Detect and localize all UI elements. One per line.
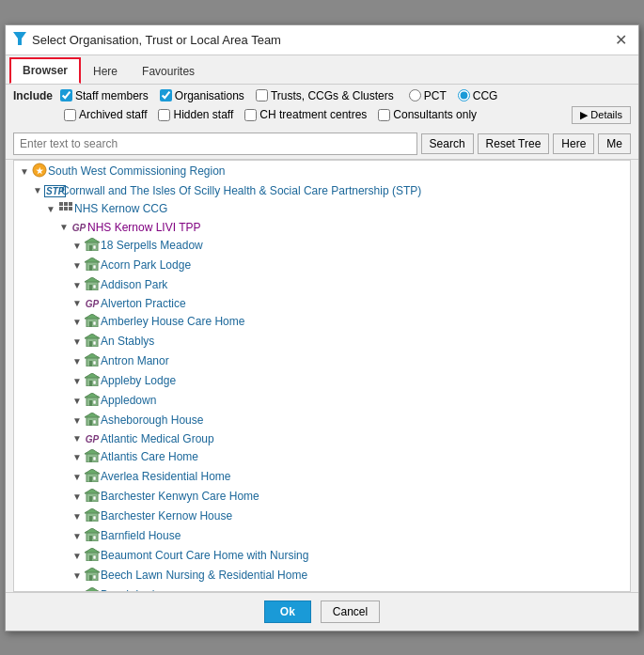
tree-node[interactable]: ▼ Appleby Lodge <box>14 371 630 391</box>
tree-node[interactable]: ▼ Addison Park <box>14 275 630 295</box>
cancel-button[interactable]: Cancel <box>321 600 380 623</box>
chevron-icon[interactable]: ▼ <box>71 472 84 482</box>
tree-node[interactable]: ▼ An Stablys <box>14 332 630 351</box>
trusts-ccgs-checkbox[interactable] <box>256 89 268 101</box>
svg-rect-65 <box>93 536 96 539</box>
tree-node[interactable]: ▼GPAtlantic Medical Group <box>14 430 630 447</box>
chevron-icon[interactable]: ▼ <box>71 452 84 462</box>
pct-radio[interactable] <box>409 89 421 101</box>
archived-staff-checkbox[interactable] <box>64 109 76 121</box>
tree-node[interactable]: ▼ Beaumont Court Care Home with Nursing <box>14 546 630 566</box>
dialog-title: Select Organisation, Trust or Local Area… <box>32 33 281 47</box>
close-button[interactable]: ✕ <box>611 31 631 49</box>
chevron-icon[interactable]: ▼ <box>71 511 84 522</box>
node-label: Atlantic Medical Group <box>101 432 214 445</box>
chevron-icon[interactable]: ▼ <box>71 317 84 327</box>
hidden-staff-checkbox[interactable] <box>158 109 170 121</box>
include-row-2: Archived staff Hidden staff CH treatment… <box>6 104 638 129</box>
consultants-only-group: Consultants only <box>378 108 477 121</box>
svg-rect-61 <box>93 516 96 520</box>
staff-members-checkbox[interactable] <box>60 89 72 101</box>
building-icon <box>84 413 101 429</box>
node-label: Barnfield House <box>101 529 181 542</box>
svg-rect-60 <box>89 516 92 522</box>
chevron-icon[interactable]: ▼ <box>18 166 31 177</box>
tree-node[interactable]: ▼ Appledown <box>14 391 630 411</box>
chevron-icon[interactable]: ▼ <box>31 185 44 195</box>
here-button[interactable]: Here <box>553 133 594 154</box>
chevron-icon[interactable]: ▼ <box>71 415 84 426</box>
building-icon <box>84 548 101 564</box>
staff-members-label: Staff members <box>75 89 149 102</box>
tree-node[interactable]: ▼ NHS Kernow CCG <box>14 199 630 219</box>
tree-node[interactable]: ▼ Antron Manor <box>14 351 630 371</box>
details-button[interactable]: ▶ Details <box>572 106 631 124</box>
me-button[interactable]: Me <box>598 133 631 154</box>
chevron-icon[interactable]: ▼ <box>71 241 84 251</box>
svg-rect-13 <box>93 245 96 249</box>
reset-tree-button[interactable]: Reset Tree <box>478 133 550 154</box>
ch-treatment-group: CH treatment centres <box>244 108 367 121</box>
building-icon <box>84 508 101 524</box>
tree-node[interactable]: ▼ Barchester Kenwyn Care Home <box>14 487 630 507</box>
svg-rect-44 <box>89 420 92 426</box>
tree-node[interactable]: ▼STPCornwall and The Isles Of Scilly Hea… <box>14 182 630 199</box>
svg-marker-39 <box>85 393 100 398</box>
ch-treatment-checkbox[interactable] <box>244 109 257 121</box>
tree-node[interactable]: ▼ Amberley House Care Home <box>14 312 630 332</box>
chevron-icon[interactable]: ▼ <box>71 396 84 406</box>
search-input[interactable] <box>13 133 417 155</box>
tree-node[interactable]: ▼GPNHS Kernow LIVI TPP <box>14 219 630 236</box>
organisations-label: Organisations <box>175 89 244 102</box>
tree-node[interactable]: ▼ ★ South West Commissioning Region <box>14 161 630 182</box>
tree-node[interactable]: ▼ Atlantis Care Home <box>14 447 630 467</box>
tab-favourites[interactable]: Favourites <box>130 59 207 84</box>
tree-node[interactable]: ▼GPAlverton Practice <box>14 295 630 312</box>
tree-node[interactable]: ▼ Acorn Park Lodge <box>14 256 630 275</box>
search-button[interactable]: Search <box>421 133 474 154</box>
ok-button[interactable]: Ok <box>264 600 311 623</box>
svg-rect-45 <box>93 420 96 424</box>
tree-node[interactable]: ▼ Barchester Kernow House <box>14 507 630 526</box>
building-icon <box>84 393 101 409</box>
chevron-icon[interactable]: ▼ <box>71 531 84 541</box>
chevron-icon[interactable]: ▼ <box>71 551 84 561</box>
staff-members-group: Staff members <box>60 89 149 102</box>
tree-node[interactable]: ▼ Averlea Residential Home <box>14 467 630 487</box>
svg-rect-73 <box>93 575 96 579</box>
tab-here[interactable]: Here <box>81 59 130 84</box>
chevron-icon[interactable]: ▼ <box>44 204 57 214</box>
tree-node[interactable]: ▼ 18 Serpells Meadow <box>14 236 630 256</box>
tree-node[interactable]: ▼ Barnfield House <box>14 526 630 546</box>
chevron-icon[interactable]: ▼ <box>71 298 84 308</box>
svg-rect-37 <box>93 381 96 384</box>
chevron-icon[interactable]: ▼ <box>71 356 84 366</box>
chevron-icon[interactable]: ▼ <box>71 280 84 290</box>
chevron-icon[interactable]: ▼ <box>71 260 84 271</box>
tree-node[interactable]: ▼ Beech Lodge <box>14 585 630 592</box>
node-label: Beaumont Court Care Home with Nursing <box>101 549 308 562</box>
svg-rect-8 <box>64 207 68 211</box>
svg-marker-31 <box>85 353 100 358</box>
tree-container[interactable]: ▼ ★ South West Commissioning Region▼STPC… <box>13 160 631 592</box>
chevron-icon[interactable]: ▼ <box>71 570 84 581</box>
consultants-only-checkbox[interactable] <box>378 109 390 121</box>
svg-marker-27 <box>85 334 100 338</box>
chevron-icon[interactable]: ▼ <box>71 433 84 444</box>
chevron-icon[interactable]: ▼ <box>71 491 84 502</box>
organisations-checkbox[interactable] <box>160 89 172 101</box>
chevron-icon[interactable]: ▼ <box>71 376 84 386</box>
svg-marker-11 <box>85 238 100 242</box>
footer: Ok Cancel <box>6 592 638 631</box>
tab-browser[interactable]: Browser <box>9 57 81 84</box>
tree-node[interactable]: ▼ Beech Lawn Nursing & Residential Home <box>14 566 630 585</box>
filter-icon <box>13 32 26 48</box>
svg-text:★: ★ <box>36 166 44 176</box>
node-label: South West Commissioning Region <box>48 164 226 178</box>
ccg-radio[interactable] <box>458 89 470 101</box>
chevron-icon[interactable]: ▼ <box>57 222 71 232</box>
svg-marker-19 <box>85 277 100 282</box>
radio-row: PCT CCG <box>409 89 498 102</box>
tree-node[interactable]: ▼ Asheborough House <box>14 411 630 430</box>
chevron-icon[interactable]: ▼ <box>71 336 84 347</box>
